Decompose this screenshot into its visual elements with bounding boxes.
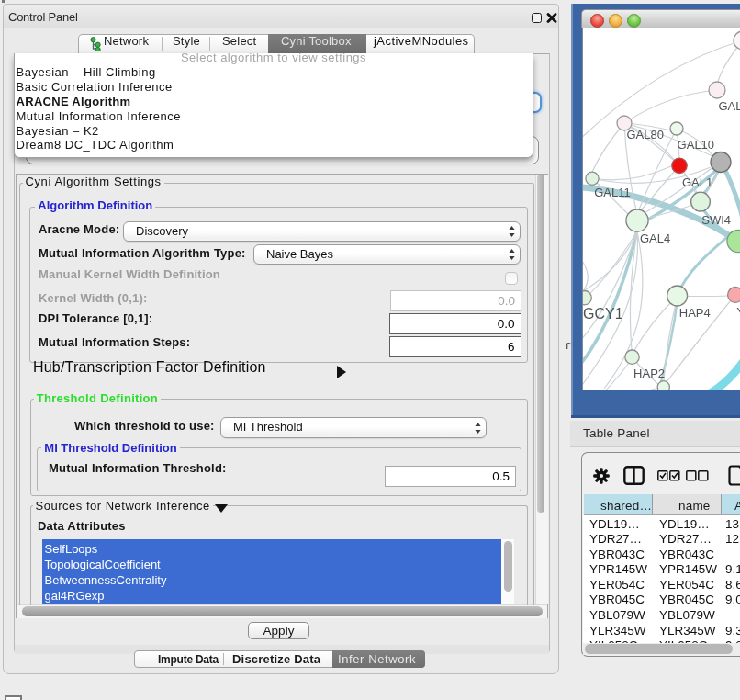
svg-text:GAL7: GAL7 [719,99,740,113]
svg-text:YJL15: YJL15 [736,305,740,319]
svg-text:SWI4: SWI4 [701,213,731,227]
svg-text:HAP4: HAP4 [679,306,711,320]
svg-text:GAL10: GAL10 [678,138,714,152]
svg-text:GAL1: GAL1 [682,175,712,189]
svg-text:GCY1: GCY1 [583,306,623,322]
svg-text:HAP2: HAP2 [633,367,665,380]
svg-text:GAL80: GAL80 [627,128,664,141]
svg-text:GAL4: GAL4 [640,231,670,245]
svg-text:GAL11: GAL11 [594,186,631,199]
